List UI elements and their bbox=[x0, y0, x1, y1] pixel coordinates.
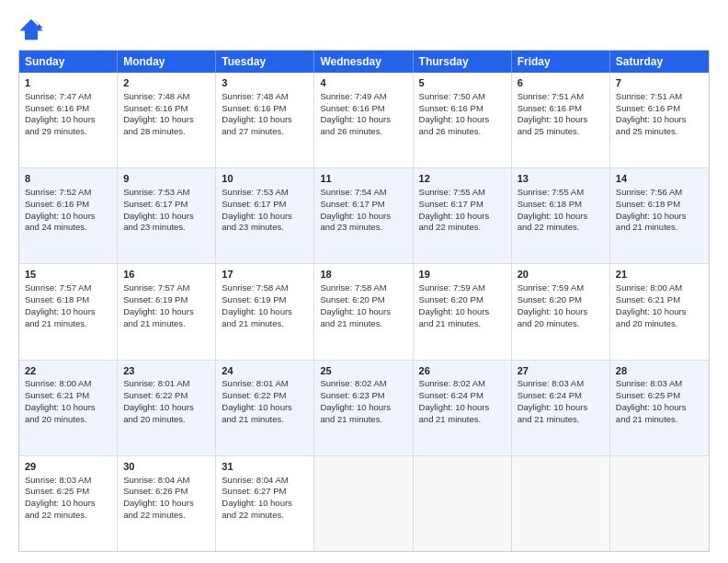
day-info-line: and 27 minutes. bbox=[222, 126, 308, 138]
day-cell-31: 31Sunrise: 8:04 AMSunset: 6:27 PMDayligh… bbox=[216, 456, 314, 551]
day-info-line: and 21 minutes. bbox=[222, 414, 308, 426]
day-info-line: Sunset: 6:16 PM bbox=[25, 103, 111, 115]
day-info-line: Sunrise: 8:01 AM bbox=[222, 378, 308, 390]
day-info-line: Sunset: 6:24 PM bbox=[518, 390, 604, 402]
day-cell-27: 27Sunrise: 8:03 AMSunset: 6:24 PMDayligh… bbox=[512, 361, 610, 455]
day-info-line: Sunset: 6:16 PM bbox=[419, 103, 506, 115]
day-info-line: Sunrise: 7:59 AM bbox=[518, 282, 604, 294]
calendar-row-4: 22Sunrise: 8:00 AMSunset: 6:21 PMDayligh… bbox=[19, 361, 709, 456]
day-info-line: Daylight: 10 hours bbox=[518, 402, 604, 414]
day-info-line: Daylight: 10 hours bbox=[123, 402, 210, 414]
day-info-line: Daylight: 10 hours bbox=[518, 114, 604, 126]
weekday-header-thursday: Thursday bbox=[414, 51, 512, 73]
day-info-line: and 20 minutes. bbox=[25, 414, 111, 426]
day-info-line: and 22 minutes. bbox=[419, 222, 506, 234]
day-info-line: Sunrise: 8:04 AM bbox=[123, 475, 210, 487]
day-info-line: Sunset: 6:22 PM bbox=[123, 390, 210, 402]
day-info-line: Daylight: 10 hours bbox=[616, 114, 703, 126]
weekday-header-tuesday: Tuesday bbox=[216, 51, 314, 73]
day-info-line: Sunset: 6:21 PM bbox=[616, 294, 703, 306]
day-info-line: Sunrise: 7:47 AM bbox=[25, 91, 111, 103]
day-info-line: Sunset: 6:21 PM bbox=[25, 390, 111, 402]
day-cell-17: 17Sunrise: 7:58 AMSunset: 6:19 PMDayligh… bbox=[216, 264, 314, 359]
day-info-line: Daylight: 10 hours bbox=[25, 114, 111, 126]
day-info-line: Daylight: 10 hours bbox=[518, 211, 604, 223]
day-info-line: Daylight: 10 hours bbox=[222, 306, 308, 318]
day-info-line: Sunset: 6:25 PM bbox=[616, 390, 703, 402]
day-number: 20 bbox=[518, 268, 604, 282]
day-info-line: and 22 minutes. bbox=[123, 510, 210, 522]
day-number: 24 bbox=[222, 364, 308, 378]
empty-cell bbox=[512, 456, 610, 551]
day-info-line: Sunrise: 8:02 AM bbox=[419, 378, 506, 390]
day-info-line: Sunrise: 7:59 AM bbox=[419, 282, 506, 294]
day-cell-24: 24Sunrise: 8:01 AMSunset: 6:22 PMDayligh… bbox=[216, 361, 314, 455]
day-info-line: Sunset: 6:16 PM bbox=[518, 103, 604, 115]
weekday-header-friday: Friday bbox=[512, 51, 610, 73]
calendar-row-2: 8Sunrise: 7:52 AMSunset: 6:16 PMDaylight… bbox=[19, 168, 709, 264]
day-info-line: Sunrise: 7:57 AM bbox=[25, 282, 111, 294]
day-number: 30 bbox=[123, 460, 210, 474]
day-info-line: Daylight: 10 hours bbox=[616, 306, 703, 318]
day-number: 4 bbox=[320, 76, 406, 90]
day-info-line: and 26 minutes. bbox=[419, 126, 506, 138]
day-info-line: and 20 minutes. bbox=[518, 318, 604, 330]
day-info-line: Sunset: 6:25 PM bbox=[25, 486, 111, 498]
day-info-line: Sunrise: 8:00 AM bbox=[616, 282, 703, 294]
day-info-line: and 22 minutes. bbox=[222, 510, 308, 522]
day-cell-26: 26Sunrise: 8:02 AMSunset: 6:24 PMDayligh… bbox=[414, 361, 512, 455]
day-info-line: and 29 minutes. bbox=[25, 126, 111, 138]
day-info-line: Sunset: 6:18 PM bbox=[518, 199, 604, 211]
day-cell-15: 15Sunrise: 7:57 AMSunset: 6:18 PMDayligh… bbox=[19, 264, 118, 359]
day-number: 1 bbox=[25, 76, 111, 90]
day-info-line: Sunset: 6:18 PM bbox=[25, 294, 111, 306]
day-number: 11 bbox=[320, 172, 406, 186]
day-info-line: and 24 minutes. bbox=[25, 222, 111, 234]
day-info-line: Daylight: 10 hours bbox=[25, 211, 111, 223]
day-info-line: Sunset: 6:16 PM bbox=[25, 199, 111, 211]
empty-cell bbox=[314, 456, 413, 551]
day-cell-13: 13Sunrise: 7:55 AMSunset: 6:18 PMDayligh… bbox=[512, 168, 610, 263]
day-info-line: Daylight: 10 hours bbox=[320, 114, 406, 126]
day-number: 26 bbox=[419, 364, 506, 378]
day-info-line: Sunrise: 8:03 AM bbox=[518, 378, 604, 390]
day-info-line: and 21 minutes. bbox=[616, 414, 703, 426]
day-cell-20: 20Sunrise: 7:59 AMSunset: 6:20 PMDayligh… bbox=[512, 264, 610, 359]
day-info-line: and 21 minutes. bbox=[419, 414, 506, 426]
day-info-line: Sunrise: 8:01 AM bbox=[123, 378, 210, 390]
day-number: 16 bbox=[123, 268, 210, 282]
day-info-line: Sunrise: 7:55 AM bbox=[419, 187, 506, 199]
day-info-line: Sunset: 6:17 PM bbox=[222, 199, 308, 211]
day-cell-14: 14Sunrise: 7:56 AMSunset: 6:18 PMDayligh… bbox=[610, 168, 709, 263]
day-number: 19 bbox=[419, 268, 506, 282]
day-info-line: Sunrise: 8:03 AM bbox=[25, 475, 111, 487]
day-info-line: Sunset: 6:17 PM bbox=[320, 199, 406, 211]
day-info-line: Daylight: 10 hours bbox=[518, 306, 604, 318]
day-cell-16: 16Sunrise: 7:57 AMSunset: 6:19 PMDayligh… bbox=[118, 264, 216, 359]
day-info-line: Sunrise: 7:48 AM bbox=[222, 91, 308, 103]
empty-cell bbox=[414, 456, 512, 551]
day-info-line: and 21 minutes. bbox=[616, 222, 703, 234]
day-cell-10: 10Sunrise: 7:53 AMSunset: 6:17 PMDayligh… bbox=[216, 168, 314, 263]
day-info-line: Daylight: 10 hours bbox=[616, 402, 703, 414]
day-info-line: Daylight: 10 hours bbox=[123, 306, 210, 318]
day-info-line: Daylight: 10 hours bbox=[123, 211, 210, 223]
day-info-line: Sunrise: 7:53 AM bbox=[123, 187, 210, 199]
day-info-line: Sunrise: 7:58 AM bbox=[320, 282, 406, 294]
day-info-line: and 25 minutes. bbox=[616, 126, 703, 138]
day-info-line: Sunset: 6:26 PM bbox=[123, 486, 210, 498]
day-info-line: Daylight: 10 hours bbox=[419, 306, 506, 318]
day-cell-28: 28Sunrise: 8:03 AMSunset: 6:25 PMDayligh… bbox=[610, 361, 709, 455]
day-info-line: Sunset: 6:16 PM bbox=[222, 103, 308, 115]
day-number: 5 bbox=[419, 76, 506, 90]
day-info-line: Sunrise: 7:50 AM bbox=[419, 91, 506, 103]
day-info-line: Sunrise: 8:02 AM bbox=[320, 378, 406, 390]
day-number: 7 bbox=[616, 76, 703, 90]
day-number: 12 bbox=[419, 172, 506, 186]
day-cell-18: 18Sunrise: 7:58 AMSunset: 6:20 PMDayligh… bbox=[314, 264, 413, 359]
calendar-row-5: 29Sunrise: 8:03 AMSunset: 6:25 PMDayligh… bbox=[19, 456, 709, 551]
day-info-line: Sunrise: 8:03 AM bbox=[616, 378, 703, 390]
day-info-line: Sunset: 6:20 PM bbox=[518, 294, 604, 306]
day-info-line: and 20 minutes. bbox=[616, 318, 703, 330]
day-number: 29 bbox=[25, 460, 111, 474]
